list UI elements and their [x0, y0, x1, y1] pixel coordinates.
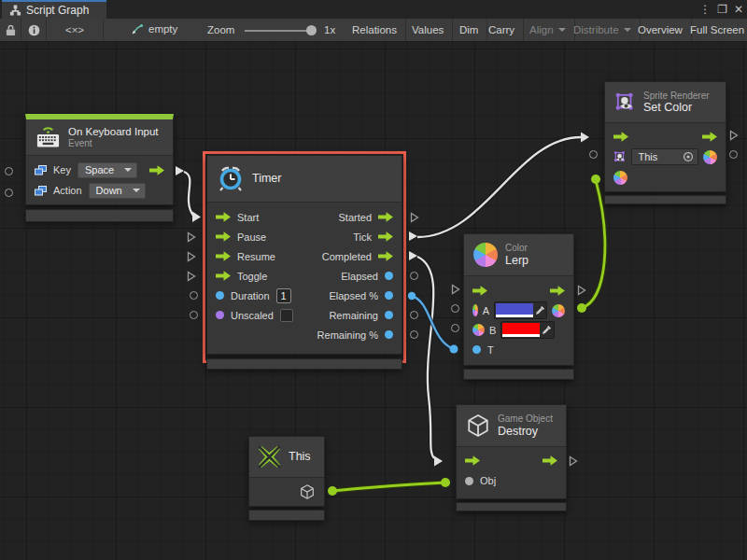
eyedropper-icon[interactable]: [535, 305, 545, 315]
port-remaining-out[interactable]: [410, 311, 418, 319]
port-lerp-flow-in[interactable]: [451, 284, 460, 295]
tab-script-graph[interactable]: Script Graph: [2, 0, 106, 19]
zoom-slider-knob[interactable]: [306, 25, 317, 35]
port-setcolor-flow-out[interactable]: [729, 130, 739, 141]
action-dropdown[interactable]: Down: [89, 183, 146, 199]
node-subtitle: Event: [68, 138, 159, 149]
unscaled-checkbox[interactable]: [280, 309, 293, 322]
flow-arrow-icon[interactable]: [149, 165, 164, 175]
flow-arrow-icon[interactable]: [613, 132, 628, 142]
data-port-icon[interactable]: [385, 311, 393, 319]
key-dropdown[interactable]: Space: [78, 162, 137, 178]
flow-arrow-icon[interactable]: [472, 286, 487, 296]
color-wheel-icon: [473, 243, 498, 267]
data-port-icon[interactable]: [216, 291, 224, 300]
node-title: On Keyboard Input: [68, 126, 159, 138]
zoom-slider[interactable]: [245, 30, 316, 32]
node-subtitle: Color: [505, 243, 529, 254]
flow-arrow-icon[interactable]: [216, 212, 231, 222]
color-port-icon[interactable]: [703, 150, 717, 164]
flow-arrow-icon[interactable]: [378, 231, 393, 242]
port-setcolor-target-in[interactable]: [589, 150, 598, 159]
data-port-icon[interactable]: [465, 477, 473, 485]
data-port-icon[interactable]: [216, 311, 224, 319]
port-elapsed-out[interactable]: [410, 272, 418, 280]
wire-completed-to-destroy[interactable]: [417, 257, 434, 458]
flow-arrow-icon[interactable]: [216, 271, 231, 281]
fullscreen-button[interactable]: Full Screen: [682, 19, 747, 41]
port-row-color: [605, 167, 726, 188]
port-lerp-flow-out[interactable]: [577, 285, 586, 296]
wire-keyboard-to-start[interactable]: [184, 172, 193, 216]
flow-arrow-icon[interactable]: [216, 231, 231, 242]
port-toggle-in[interactable]: [187, 271, 196, 282]
color-port-icon[interactable]: [472, 304, 478, 316]
values-button[interactable]: Values: [403, 19, 453, 41]
port-pause-in[interactable]: [187, 231, 196, 243]
data-port-icon[interactable]: [385, 330, 393, 339]
node-timer[interactable]: Timer Start Started Pause Tick: [203, 151, 406, 363]
duration-value-field[interactable]: 1: [276, 288, 291, 303]
port-duration-in[interactable]: [190, 291, 198, 300]
port-lerp-a-in[interactable]: [451, 304, 459, 313]
maximize-icon[interactable]: ❐: [717, 1, 727, 18]
flow-arrow-icon[interactable]: [550, 286, 565, 296]
wire-tick-to-setcolor[interactable]: [417, 137, 581, 237]
port-remaining-pct-out[interactable]: [410, 330, 418, 339]
target-object-field[interactable]: This: [631, 148, 698, 165]
color-b-field[interactable]: [500, 321, 555, 339]
node-destroy[interactable]: Game Object Destroy Obj: [456, 404, 567, 511]
relations-button[interactable]: Relations: [344, 19, 406, 41]
color-port-icon[interactable]: [613, 171, 627, 185]
port-unscaled-in[interactable]: [190, 311, 198, 319]
flow-arrow-icon[interactable]: [216, 251, 231, 261]
object-picker-icon[interactable]: [683, 151, 694, 162]
wire-this-to-obj[interactable]: [332, 483, 445, 491]
node-color-lerp[interactable]: Color Lerp A: [463, 233, 574, 380]
flow-arrow-icon[interactable]: [378, 251, 393, 261]
port-lerp-b-in[interactable]: [451, 324, 459, 332]
port-destroy-flow-out[interactable]: [569, 455, 578, 467]
port-row-self-out: [249, 478, 324, 506]
node-on-keyboard-input[interactable]: On Keyboard Input Event Key: [25, 114, 174, 222]
color-a-field[interactable]: [494, 301, 547, 319]
lock-button[interactable]: [0, 19, 21, 41]
flow-arrow-icon[interactable]: [378, 212, 393, 222]
cube-port-icon[interactable]: [299, 483, 316, 500]
port-key-input[interactable]: [5, 167, 13, 175]
node-title: Timer: [252, 172, 281, 185]
port-started-out[interactable]: [410, 212, 419, 223]
keyboard-icon: [35, 125, 61, 149]
port-resume-in[interactable]: [187, 251, 196, 262]
this-icon: [258, 445, 281, 469]
flow-arrow-icon[interactable]: [702, 132, 717, 142]
port-keyboard-flow-out[interactable]: [176, 166, 184, 175]
data-port-icon[interactable]: [385, 291, 393, 300]
graph-canvas[interactable]: On Keyboard Input Event Key: [0, 42, 747, 560]
close-icon[interactable]: ✕: [734, 1, 743, 18]
zoom-label: Zoom: [207, 24, 234, 35]
color-port-icon[interactable]: [472, 324, 485, 336]
port-tick-out[interactable]: [409, 231, 417, 241]
port-row-target: This: [605, 147, 726, 167]
port-action-input[interactable]: [5, 189, 13, 197]
color-port-icon[interactable]: [552, 304, 565, 317]
chevron-down-icon: [133, 189, 140, 192]
port-row-flow: [457, 450, 566, 470]
data-port-icon[interactable]: [385, 272, 393, 280]
port-completed-out[interactable]: [409, 251, 417, 260]
data-port-icon[interactable]: [472, 345, 481, 354]
flow-arrow-icon[interactable]: [543, 455, 557, 466]
sprite-renderer-icon[interactable]: [613, 150, 627, 164]
a-label: A: [483, 305, 489, 316]
eyedropper-icon[interactable]: [542, 325, 552, 335]
node-set-color[interactable]: Sprite Renderer Set Color: [604, 81, 726, 204]
carry-button[interactable]: Carry: [480, 19, 524, 41]
window-menu-icon[interactable]: ⋮: [699, 1, 711, 18]
info-button[interactable]: [21, 19, 47, 41]
flow-arrow-icon[interactable]: [465, 455, 480, 466]
node-this[interactable]: This: [248, 436, 325, 521]
code-view-glyph: <×>: [65, 24, 84, 35]
port-setcolor-color-out[interactable]: [729, 150, 738, 159]
code-view-button[interactable]: <×>: [47, 19, 104, 41]
